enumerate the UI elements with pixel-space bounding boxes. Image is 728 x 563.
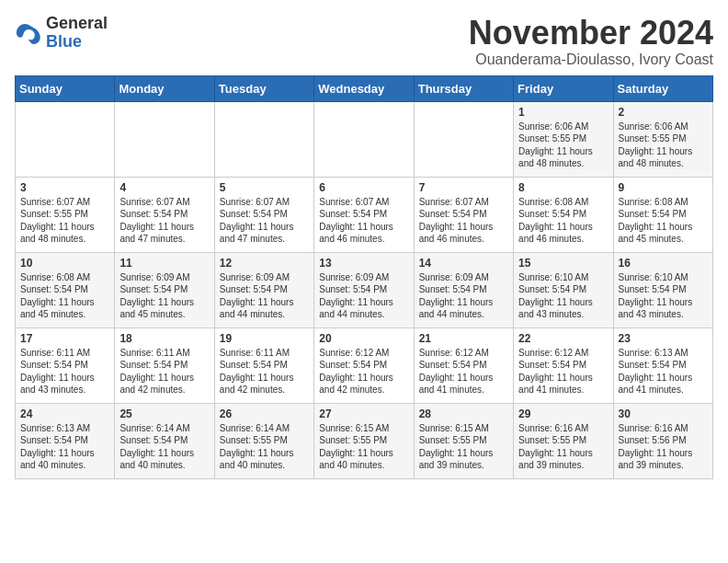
calendar-cell bbox=[214, 101, 313, 177]
day-info: Sunrise: 6:11 AM Sunset: 5:54 PM Dayligh… bbox=[220, 347, 309, 396]
calendar-cell: 4Sunrise: 6:07 AM Sunset: 5:54 PM Daylig… bbox=[115, 177, 214, 252]
calendar-cell: 25Sunrise: 6:14 AM Sunset: 5:54 PM Dayli… bbox=[115, 403, 214, 478]
day-info: Sunrise: 6:16 AM Sunset: 5:56 PM Dayligh… bbox=[619, 422, 708, 472]
calendar-cell: 1Sunrise: 6:06 AM Sunset: 5:55 PM Daylig… bbox=[514, 101, 613, 177]
day-number: 28 bbox=[419, 408, 508, 420]
calendar-cell: 11Sunrise: 6:09 AM Sunset: 5:54 PM Dayli… bbox=[115, 252, 214, 327]
calendar-cell bbox=[414, 101, 513, 177]
day-number: 20 bbox=[319, 332, 408, 345]
day-info: Sunrise: 6:13 AM Sunset: 5:54 PM Dayligh… bbox=[619, 347, 708, 396]
day-number: 19 bbox=[220, 332, 309, 345]
day-number: 17 bbox=[20, 332, 109, 345]
calendar-cell: 16Sunrise: 6:10 AM Sunset: 5:54 PM Dayli… bbox=[613, 252, 712, 327]
calendar-cell: 3Sunrise: 6:07 AM Sunset: 5:55 PM Daylig… bbox=[16, 177, 115, 252]
day-number: 9 bbox=[619, 181, 708, 194]
day-number: 5 bbox=[220, 181, 309, 194]
day-info: Sunrise: 6:07 AM Sunset: 5:54 PM Dayligh… bbox=[419, 196, 508, 246]
day-info: Sunrise: 6:12 AM Sunset: 5:54 PM Dayligh… bbox=[419, 347, 508, 396]
day-number: 21 bbox=[419, 332, 508, 345]
logo: General Blue bbox=[15, 15, 108, 52]
day-info: Sunrise: 6:10 AM Sunset: 5:54 PM Dayligh… bbox=[518, 271, 608, 321]
calendar-week-row: 24Sunrise: 6:13 AM Sunset: 5:54 PM Dayli… bbox=[16, 403, 713, 478]
calendar-cell: 21Sunrise: 6:12 AM Sunset: 5:54 PM Dayli… bbox=[414, 327, 513, 403]
calendar-cell: 24Sunrise: 6:13 AM Sunset: 5:54 PM Dayli… bbox=[16, 403, 115, 478]
day-info: Sunrise: 6:09 AM Sunset: 5:54 PM Dayligh… bbox=[220, 271, 309, 321]
calendar-week-row: 17Sunrise: 6:11 AM Sunset: 5:54 PM Dayli… bbox=[16, 327, 713, 403]
day-number: 27 bbox=[319, 408, 408, 420]
page-header: General Blue November 2024 Ouanderama-Di… bbox=[15, 15, 713, 68]
calendar-cell: 7Sunrise: 6:07 AM Sunset: 5:54 PM Daylig… bbox=[414, 177, 513, 252]
calendar-cell: 19Sunrise: 6:11 AM Sunset: 5:54 PM Dayli… bbox=[214, 327, 313, 403]
calendar-cell: 18Sunrise: 6:11 AM Sunset: 5:54 PM Dayli… bbox=[115, 327, 214, 403]
day-info: Sunrise: 6:09 AM Sunset: 5:54 PM Dayligh… bbox=[319, 271, 408, 321]
day-number: 26 bbox=[220, 408, 309, 420]
calendar-table: SundayMondayTuesdayWednesdayThursdayFrid… bbox=[15, 75, 713, 479]
day-number: 12 bbox=[220, 257, 309, 270]
calendar-cell: 17Sunrise: 6:11 AM Sunset: 5:54 PM Dayli… bbox=[16, 327, 115, 403]
day-number: 7 bbox=[419, 181, 508, 194]
day-info: Sunrise: 6:16 AM Sunset: 5:55 PM Dayligh… bbox=[518, 422, 608, 472]
day-info: Sunrise: 6:08 AM Sunset: 5:54 PM Dayligh… bbox=[20, 271, 109, 321]
day-number: 18 bbox=[119, 332, 209, 345]
day-info: Sunrise: 6:10 AM Sunset: 5:54 PM Dayligh… bbox=[619, 271, 708, 321]
day-info: Sunrise: 6:08 AM Sunset: 5:54 PM Dayligh… bbox=[619, 196, 708, 246]
location-title: Ouanderama-Dioulasso, Ivory Coast bbox=[469, 52, 713, 68]
day-info: Sunrise: 6:07 AM Sunset: 5:54 PM Dayligh… bbox=[220, 196, 309, 246]
logo-text: General Blue bbox=[46, 15, 108, 52]
weekday-header: Sunday bbox=[16, 75, 115, 101]
day-info: Sunrise: 6:15 AM Sunset: 5:55 PM Dayligh… bbox=[319, 422, 408, 472]
day-number: 24 bbox=[20, 408, 109, 420]
calendar-cell: 29Sunrise: 6:16 AM Sunset: 5:55 PM Dayli… bbox=[514, 403, 613, 478]
weekday-header: Saturday bbox=[613, 75, 712, 101]
calendar-cell: 27Sunrise: 6:15 AM Sunset: 5:55 PM Dayli… bbox=[314, 403, 414, 478]
day-info: Sunrise: 6:11 AM Sunset: 5:54 PM Dayligh… bbox=[20, 347, 109, 396]
weekday-header: Wednesday bbox=[314, 75, 414, 101]
calendar-cell: 30Sunrise: 6:16 AM Sunset: 5:56 PM Dayli… bbox=[613, 403, 712, 478]
calendar-cell: 15Sunrise: 6:10 AM Sunset: 5:54 PM Dayli… bbox=[514, 252, 613, 327]
day-number: 15 bbox=[518, 257, 608, 270]
day-info: Sunrise: 6:14 AM Sunset: 5:55 PM Dayligh… bbox=[220, 422, 309, 472]
calendar-cell: 8Sunrise: 6:08 AM Sunset: 5:54 PM Daylig… bbox=[514, 177, 613, 252]
day-info: Sunrise: 6:06 AM Sunset: 5:55 PM Dayligh… bbox=[619, 121, 708, 170]
day-number: 6 bbox=[319, 181, 408, 194]
day-number: 11 bbox=[119, 257, 209, 270]
day-number: 25 bbox=[119, 408, 209, 420]
calendar-cell bbox=[115, 101, 214, 177]
day-info: Sunrise: 6:12 AM Sunset: 5:54 PM Dayligh… bbox=[518, 347, 608, 396]
weekday-header: Thursday bbox=[414, 75, 513, 101]
calendar-cell: 22Sunrise: 6:12 AM Sunset: 5:54 PM Dayli… bbox=[514, 327, 613, 403]
day-number: 14 bbox=[419, 257, 508, 270]
calendar-cell: 12Sunrise: 6:09 AM Sunset: 5:54 PM Dayli… bbox=[214, 252, 313, 327]
day-info: Sunrise: 6:12 AM Sunset: 5:54 PM Dayligh… bbox=[319, 347, 408, 396]
day-info: Sunrise: 6:13 AM Sunset: 5:54 PM Dayligh… bbox=[20, 422, 109, 472]
day-number: 3 bbox=[20, 181, 109, 194]
day-number: 16 bbox=[619, 257, 708, 270]
calendar-cell: 5Sunrise: 6:07 AM Sunset: 5:54 PM Daylig… bbox=[214, 177, 313, 252]
day-info: Sunrise: 6:07 AM Sunset: 5:55 PM Dayligh… bbox=[20, 196, 109, 246]
day-number: 4 bbox=[119, 181, 209, 194]
day-number: 2 bbox=[619, 106, 708, 119]
day-info: Sunrise: 6:11 AM Sunset: 5:54 PM Dayligh… bbox=[119, 347, 209, 396]
calendar-cell: 14Sunrise: 6:09 AM Sunset: 5:54 PM Dayli… bbox=[414, 252, 513, 327]
day-number: 13 bbox=[319, 257, 408, 270]
logo-icon bbox=[15, 20, 42, 46]
calendar-cell: 28Sunrise: 6:15 AM Sunset: 5:55 PM Dayli… bbox=[414, 403, 513, 478]
day-number: 8 bbox=[518, 181, 608, 194]
day-number: 10 bbox=[20, 257, 109, 270]
day-number: 22 bbox=[518, 332, 608, 345]
day-info: Sunrise: 6:09 AM Sunset: 5:54 PM Dayligh… bbox=[119, 271, 209, 321]
calendar-cell: 13Sunrise: 6:09 AM Sunset: 5:54 PM Dayli… bbox=[314, 252, 414, 327]
day-info: Sunrise: 6:14 AM Sunset: 5:54 PM Dayligh… bbox=[119, 422, 209, 472]
calendar-cell: 6Sunrise: 6:07 AM Sunset: 5:54 PM Daylig… bbox=[314, 177, 414, 252]
calendar-cell bbox=[16, 101, 115, 177]
calendar-cell: 20Sunrise: 6:12 AM Sunset: 5:54 PM Dayli… bbox=[314, 327, 414, 403]
calendar-week-row: 10Sunrise: 6:08 AM Sunset: 5:54 PM Dayli… bbox=[16, 252, 713, 327]
day-number: 29 bbox=[518, 408, 608, 420]
title-block: November 2024 Ouanderama-Dioulasso, Ivor… bbox=[469, 15, 713, 68]
day-info: Sunrise: 6:07 AM Sunset: 5:54 PM Dayligh… bbox=[319, 196, 408, 246]
calendar-cell bbox=[314, 101, 414, 177]
calendar-cell: 10Sunrise: 6:08 AM Sunset: 5:54 PM Dayli… bbox=[16, 252, 115, 327]
day-info: Sunrise: 6:15 AM Sunset: 5:55 PM Dayligh… bbox=[419, 422, 508, 472]
calendar-cell: 26Sunrise: 6:14 AM Sunset: 5:55 PM Dayli… bbox=[214, 403, 313, 478]
month-title: November 2024 bbox=[469, 15, 713, 52]
